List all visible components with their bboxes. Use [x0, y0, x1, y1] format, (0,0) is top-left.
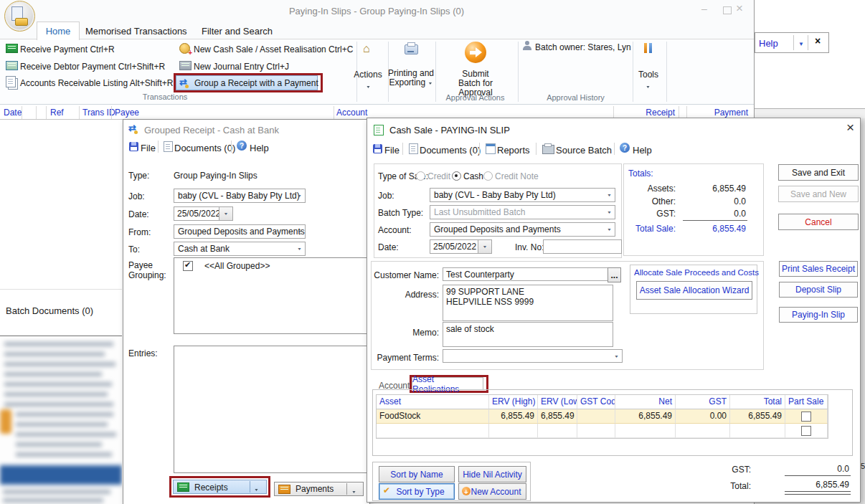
- grid-header-payment[interactable]: Payment: [709, 108, 748, 118]
- address-input[interactable]: 99 SUPPORT LANE HELPVILLE NSS 9999: [443, 285, 613, 321]
- dialog-close-icon[interactable]: [846, 120, 854, 135]
- memo-input[interactable]: sale of stock: [443, 322, 613, 347]
- receipts-split-button[interactable]: Receipts: [173, 480, 267, 494]
- tools-dropdown-icon[interactable]: [646, 81, 651, 91]
- grid-header-payee[interactable]: Payee: [115, 108, 139, 118]
- part-sale-checkbox[interactable]: [801, 412, 811, 422]
- date-dropdown-button[interactable]: [219, 206, 233, 221]
- entries-listbox[interactable]: [174, 346, 368, 473]
- minimize-button[interactable]: [701, 3, 707, 14]
- maximize-button[interactable]: [723, 6, 732, 14]
- ribbon-receive-debtor-payment[interactable]: Receive Debtor Payment Ctrl+Shift+R: [20, 62, 165, 72]
- documents-menu[interactable]: Documents (0): [420, 145, 481, 156]
- printing-exporting-button[interactable]: Printing and Exporting: [384, 69, 438, 88]
- cell-erv-low[interactable]: 6,855.49: [538, 409, 577, 424]
- col-gst-code[interactable]: GST Code: [577, 395, 615, 409]
- cell-empty[interactable]: [730, 424, 785, 438]
- cell-empty[interactable]: [676, 424, 730, 438]
- date-input[interactable]: 25/05/2022: [174, 206, 221, 221]
- source-batch-menu[interactable]: Source Batch: [556, 145, 612, 156]
- job-combobox[interactable]: baby (CVL - Baby Baby Pty Ltd): [174, 189, 306, 203]
- account-combobox[interactable]: Grouped Deposits and Payments: [430, 222, 615, 237]
- ribbon-accounts-receivable-listing[interactable]: Accounts Receivable Listing Alt+Shift+R: [20, 78, 173, 88]
- batch-type-combobox[interactable]: Last Unsubmitted Batch: [430, 205, 615, 219]
- cell-empty[interactable]: [615, 424, 676, 438]
- part-sale-checkbox[interactable]: [801, 426, 811, 436]
- new-account-button[interactable]: New Account: [458, 483, 526, 500]
- sort-by-type-button[interactable]: Sort by Type: [379, 483, 455, 500]
- deposit-slip-button[interactable]: Deposit Slip: [779, 282, 858, 298]
- payee-grouping-listbox[interactable]: <<All Grouped>>: [174, 257, 367, 334]
- cell-empty[interactable]: [577, 424, 615, 438]
- tab-filter-and-search[interactable]: Filter and Search: [202, 26, 273, 37]
- help-menu[interactable]: Help: [250, 143, 269, 153]
- tab-memorised-transactions[interactable]: Memorised Transactions: [85, 26, 187, 37]
- date-dropdown-button[interactable]: [478, 239, 492, 254]
- cell-empty[interactable]: [489, 424, 538, 438]
- cell-net[interactable]: 6,855.49: [615, 409, 676, 424]
- cell-empty[interactable]: [377, 424, 489, 438]
- credit-note-radio[interactable]: [483, 171, 493, 181]
- date-input[interactable]: 25/05/2022: [430, 239, 480, 254]
- col-net[interactable]: Net: [615, 395, 676, 409]
- job-combobox[interactable]: baby (CVL - Baby Baby Pty Ltd): [430, 188, 615, 202]
- cell-gst[interactable]: 0.00: [676, 409, 730, 424]
- help-menu[interactable]: Help: [759, 38, 778, 49]
- customer-browse-button[interactable]: ...: [608, 267, 621, 282]
- help-menu[interactable]: Help: [633, 145, 652, 156]
- credit-radio[interactable]: [416, 171, 425, 181]
- actions-button[interactable]: Actions: [351, 70, 384, 80]
- tab-asset-realisations[interactable]: Asset Realisations: [412, 377, 483, 390]
- print-sales-receipt-button[interactable]: Print Sales Receipt: [779, 261, 858, 277]
- cell-erv-high[interactable]: 6,855.49: [489, 409, 538, 424]
- save-and-exit-button[interactable]: Save and Exit: [778, 164, 859, 181]
- grid-header-transid[interactable]: Trans ID: [82, 108, 115, 118]
- help-close-icon[interactable]: [815, 35, 821, 47]
- help-dropdown-icon[interactable]: [798, 38, 804, 48]
- cancel-button[interactable]: Cancel: [778, 214, 859, 230]
- app-icon[interactable]: [4, 1, 35, 32]
- paying-in-slip-button[interactable]: Paying-In Slip: [779, 307, 858, 323]
- col-asset[interactable]: Asset: [377, 395, 489, 409]
- grid-header-account[interactable]: Account: [336, 108, 367, 118]
- payments-split-button[interactable]: Payments: [274, 482, 364, 496]
- all-grouped-checkbox[interactable]: [183, 261, 193, 271]
- ribbon-new-journal-entry[interactable]: New Journal Entry Ctrl+J: [194, 62, 289, 72]
- documents-menu[interactable]: Documents (0): [174, 143, 235, 153]
- close-button[interactable]: [736, 1, 743, 16]
- ribbon-new-cash-sale[interactable]: New Cash Sale / Asset Realisation Ctrl+C: [194, 44, 353, 54]
- reports-menu[interactable]: Reports: [497, 145, 530, 156]
- payments-dropdown-icon[interactable]: [351, 486, 356, 496]
- actions-dropdown-icon[interactable]: [366, 81, 371, 91]
- cell-gst-code[interactable]: [577, 409, 615, 424]
- grid-header-date[interactable]: Date: [4, 108, 22, 118]
- ribbon-group-receipt-with-payment[interactable]: Group a Receipt with a Payment: [176, 75, 318, 90]
- cash-radio[interactable]: [452, 171, 461, 181]
- receipts-dropdown-icon[interactable]: [254, 484, 259, 494]
- col-gst[interactable]: GST: [676, 395, 730, 409]
- customer-name-input[interactable]: Test Counterparty: [443, 267, 613, 281]
- to-combobox[interactable]: Cash at Bank: [174, 242, 306, 256]
- payment-terms-combobox[interactable]: [443, 349, 623, 363]
- col-erv-low[interactable]: ERV (Low): [538, 395, 577, 409]
- asset-sale-allocation-wizard-button[interactable]: Asset Sale Allocation Wizard: [636, 281, 752, 300]
- col-total[interactable]: Total: [730, 395, 785, 409]
- file-menu[interactable]: File: [384, 145, 400, 156]
- col-part-sale[interactable]: Part Sale: [785, 395, 828, 409]
- inv-no-input[interactable]: [543, 239, 622, 254]
- all-grouped-item[interactable]: <<All Grouped>>: [204, 261, 270, 271]
- cell-empty[interactable]: [538, 424, 577, 438]
- sort-by-name-button[interactable]: Sort by Name: [379, 466, 455, 482]
- cell-total[interactable]: 6,855.49: [730, 409, 785, 424]
- tab-home[interactable]: Home: [37, 22, 80, 40]
- tools-button[interactable]: Tools: [634, 70, 663, 80]
- grid-header-ref[interactable]: Ref: [50, 108, 64, 118]
- from-combobox[interactable]: Grouped Deposits and Payments: [174, 224, 306, 239]
- cell-asset[interactable]: FoodStock: [377, 409, 489, 424]
- file-menu[interactable]: File: [141, 143, 156, 153]
- hide-nil-activity-button[interactable]: Hide Nil Activity: [458, 466, 526, 482]
- ribbon-receive-payment[interactable]: Receive Payment Ctrl+R: [20, 44, 115, 54]
- grid-header-receipt[interactable]: Receipt: [635, 108, 675, 118]
- save-and-new-button[interactable]: Save and New: [778, 186, 859, 202]
- col-erv-high[interactable]: ERV (High): [489, 395, 538, 409]
